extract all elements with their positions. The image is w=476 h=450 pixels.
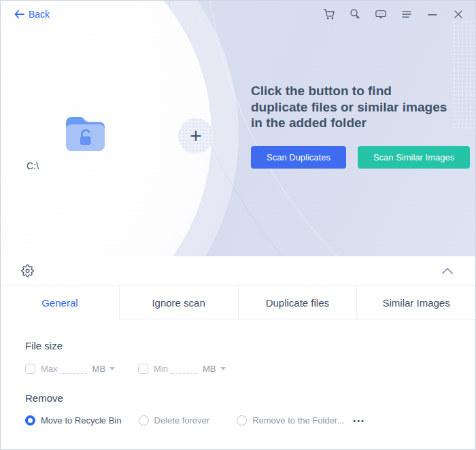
option-label: Move to Recycle Bin xyxy=(41,415,122,426)
menu-icon[interactable] xyxy=(401,8,413,20)
max-unit-dropdown[interactable]: MB xyxy=(92,364,116,374)
folder-path-label: C:\ xyxy=(27,160,39,171)
remove-options: Move to Recycle Bin Delete forever Remov… xyxy=(25,415,451,426)
min-size-input[interactable] xyxy=(170,363,197,374)
search-key-icon[interactable] xyxy=(349,8,361,20)
title-bar: Back xyxy=(1,1,475,28)
settings-bar xyxy=(1,256,475,285)
headline-line: in the added folder xyxy=(251,115,462,131)
tab-general[interactable]: General xyxy=(1,286,120,319)
max-label: Max xyxy=(41,364,58,374)
tab-duplicate-files[interactable]: Duplicate files xyxy=(239,286,358,319)
tab-duplicate-files-label: Duplicate files xyxy=(266,297,329,309)
file-size-heading: File size xyxy=(25,340,451,351)
option-remove-to-folder[interactable]: Remove to the Folder... xyxy=(237,415,344,426)
tab-ignore-scan[interactable]: Ignore scan xyxy=(120,286,239,319)
option-move-to-recycle-bin[interactable]: Move to Recycle Bin xyxy=(25,415,122,426)
general-settings-panel: File size Max MB Min MB Remove Move to R… xyxy=(1,319,475,426)
plus-icon: + xyxy=(190,126,202,146)
app-window: Back xyxy=(0,0,476,450)
min-unit-label: MB xyxy=(203,364,216,374)
max-size-input[interactable] xyxy=(60,363,87,374)
max-checkbox[interactable] xyxy=(25,364,35,374)
minimize-icon[interactable] xyxy=(426,8,439,20)
cart-icon[interactable] xyxy=(323,8,335,20)
radio-unselected-icon[interactable] xyxy=(237,415,247,426)
scan-buttons: Scan Duplicates Scan Similar Images xyxy=(251,146,470,169)
remove-heading: Remove xyxy=(25,392,451,404)
back-label: Back xyxy=(29,9,50,20)
tab-similar-images[interactable]: Similar Images xyxy=(357,286,475,319)
back-arrow-icon xyxy=(14,10,24,18)
max-unit-label: MB xyxy=(92,364,106,374)
add-folder-button[interactable]: + xyxy=(178,118,214,154)
gear-icon[interactable] xyxy=(21,264,34,277)
settings-tabs: General Ignore scan Duplicate files Simi… xyxy=(1,285,475,319)
scan-similar-images-button[interactable]: Scan Similar Images xyxy=(358,146,470,169)
chevron-up-icon[interactable] xyxy=(441,267,454,275)
radio-selected-icon[interactable] xyxy=(25,415,35,426)
min-label: Min xyxy=(154,364,168,374)
more-options-button[interactable]: ••• xyxy=(353,417,365,425)
min-checkbox[interactable] xyxy=(138,364,148,374)
headline-line: Click the button to find xyxy=(251,83,462,99)
chat-icon[interactable] xyxy=(375,8,387,20)
option-delete-forever[interactable]: Delete forever xyxy=(139,415,210,426)
headline: Click the button to find duplicate files… xyxy=(251,83,462,131)
hero-section: Back xyxy=(1,1,475,256)
added-folder-tile[interactable] xyxy=(63,114,109,154)
tab-similar-images-label: Similar Images xyxy=(383,297,450,309)
min-unit-dropdown[interactable]: MB xyxy=(203,364,226,374)
option-label: Delete forever xyxy=(154,415,210,426)
tab-general-label: General xyxy=(41,297,78,309)
caret-down-icon xyxy=(220,367,226,370)
option-label: Remove to the Folder... xyxy=(252,415,344,426)
file-size-controls: Max MB Min MB xyxy=(25,363,451,374)
headline-line: duplicate files or similar images xyxy=(251,99,462,116)
back-button[interactable]: Back xyxy=(14,9,50,20)
radio-unselected-icon[interactable] xyxy=(139,415,149,426)
caret-down-icon xyxy=(109,367,115,370)
folder-lock-icon xyxy=(63,114,109,154)
titlebar-icons xyxy=(323,8,464,20)
scan-duplicates-button[interactable]: Scan Duplicates xyxy=(251,146,346,169)
close-icon[interactable] xyxy=(452,8,464,20)
tab-ignore-scan-label: Ignore scan xyxy=(152,297,205,309)
